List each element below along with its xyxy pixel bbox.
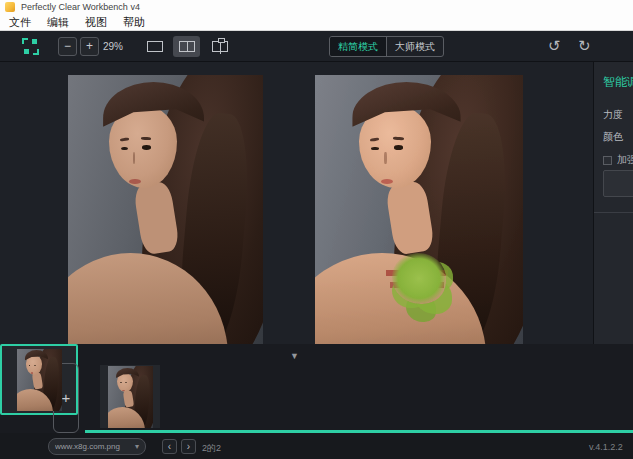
before-image[interactable] — [68, 75, 263, 344]
thumbnail-1[interactable] — [100, 365, 160, 428]
toolbar: − + 29% 精简模式 大师模式 ↺ ↻ — [0, 31, 633, 62]
zoom-level: 29% — [103, 41, 123, 52]
enhance-check-row: 加强 — [603, 153, 633, 167]
redo-icon[interactable]: ↻ — [578, 35, 591, 57]
enhance-label: 加强 — [617, 153, 633, 167]
side-by-side-view-icon — [179, 41, 195, 52]
strength-label: 力度 — [603, 108, 623, 122]
preview-canvas — [0, 62, 593, 344]
split-view-icon — [212, 41, 228, 52]
view-single-button[interactable] — [141, 36, 168, 57]
enhance-checkbox[interactable] — [603, 156, 612, 165]
selection-marker-icon: ▼ — [290, 352, 299, 360]
view-side-by-side-button[interactable] — [173, 36, 200, 57]
panel-dropdown[interactable] — [603, 170, 633, 197]
window-title: Perfectly Clear Workbench v4 — [21, 2, 140, 12]
zoom-in-button[interactable]: + — [80, 37, 99, 56]
next-image-button[interactable]: › — [181, 439, 196, 454]
app-icon — [5, 2, 15, 12]
menu-help[interactable]: 帮助 — [116, 15, 152, 30]
color-label: 颜色 — [603, 130, 623, 144]
status-bar: www.x8g.com.png ▾ ‹ › 2的2 v.4.1.2.2 — [0, 433, 633, 459]
view-split-button[interactable] — [206, 36, 233, 57]
app-window: Perfectly Clear Workbench v4 文件 编辑 视图 帮助… — [0, 0, 633, 459]
watermark-splash — [392, 253, 446, 304]
menu-file[interactable]: 文件 — [2, 15, 38, 30]
title-bar: Perfectly Clear Workbench v4 — [0, 0, 633, 14]
mode-tabs: 精简模式 大师模式 — [329, 36, 444, 57]
menu-bar: 文件 编辑 视图 帮助 — [0, 14, 633, 31]
single-view-icon — [147, 41, 163, 52]
prev-image-button[interactable]: ‹ — [162, 439, 177, 454]
panel-title: 智能调整 — [603, 74, 633, 91]
panel-divider — [594, 212, 633, 213]
tab-simple-mode[interactable]: 精简模式 — [330, 37, 387, 56]
undo-icon[interactable]: ↺ — [548, 35, 561, 57]
menu-edit[interactable]: 编辑 — [40, 15, 76, 30]
image-count: 2的2 — [202, 442, 221, 455]
menu-view[interactable]: 视图 — [78, 15, 114, 30]
tab-master-mode[interactable]: 大师模式 — [387, 37, 443, 56]
chevron-down-icon: ▾ — [135, 442, 139, 451]
version-label: v.4.1.2.2 — [589, 442, 623, 452]
fit-to-screen-icon[interactable] — [22, 38, 39, 55]
filename-dropdown[interactable]: www.x8g.com.png ▾ — [48, 438, 146, 455]
after-image[interactable] — [315, 75, 523, 344]
zoom-out-button[interactable]: − — [58, 37, 77, 56]
filename-label: www.x8g.com.png — [55, 442, 135, 451]
filmstrip: + ▼ — [0, 344, 633, 433]
